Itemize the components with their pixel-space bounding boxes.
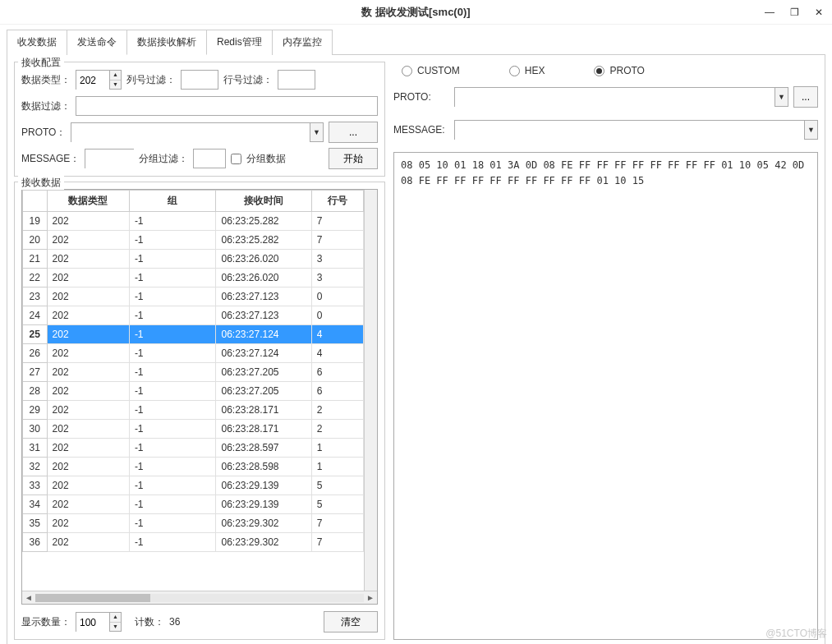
table-row[interactable]: 31202-106:23:28.5971 <box>23 439 364 458</box>
tab-4[interactable]: 内存监控 <box>272 30 333 55</box>
vertical-scrollbar[interactable] <box>364 190 377 591</box>
radio-label: HEX <box>525 65 545 76</box>
cell-type: 202 <box>47 533 129 552</box>
row-index: 21 <box>23 250 48 269</box>
tab-1[interactable]: 发送命令 <box>67 30 127 55</box>
clear-button[interactable]: 清空 <box>324 611 378 632</box>
display-count-input[interactable] <box>76 613 109 632</box>
group-title: 接收配置 <box>18 56 64 70</box>
dropdown-icon[interactable]: ▼ <box>310 123 323 141</box>
proto-input[interactable] <box>71 123 310 143</box>
down-icon[interactable]: ▼ <box>110 623 121 632</box>
proto-input-right[interactable] <box>455 88 775 108</box>
close-icon[interactable]: ✕ <box>811 7 827 18</box>
table-row[interactable]: 34202-106:23:29.1395 <box>23 495 364 514</box>
cell-time: 06:23:27.123 <box>216 288 311 306</box>
row-index: 29 <box>23 401 48 420</box>
table-row[interactable]: 36202-106:23:29.3027 <box>23 533 364 552</box>
tab-0[interactable]: 收发数据 <box>7 30 67 55</box>
table-row[interactable]: 21202-106:23:26.0203 <box>23 250 364 269</box>
tab-panel: 接收配置 数据类型： ▲▼ 列号过滤： 行号过滤： 数据过滤： <box>7 54 825 644</box>
down-icon[interactable]: ▼ <box>110 80 121 90</box>
hex-dump-area[interactable]: 08 05 10 01 18 01 3A 0D 08 FE FF FF FF F… <box>393 152 818 640</box>
cell-time: 06:23:29.139 <box>216 495 311 514</box>
proto-combo-right[interactable]: ▼ <box>454 87 788 107</box>
scroll-thumb[interactable] <box>35 594 150 602</box>
tab-2[interactable]: 数据接收解析 <box>126 30 207 55</box>
start-button[interactable]: 开始 <box>329 148 378 169</box>
proto-browse-right[interactable]: ... <box>793 86 818 108</box>
cell-line: 3 <box>311 250 363 269</box>
cell-time: 06:23:26.020 <box>216 269 311 288</box>
col-filter-input[interactable] <box>181 70 218 90</box>
dropdown-icon[interactable]: ▼ <box>775 88 788 106</box>
table-row[interactable]: 22202-106:23:26.0203 <box>23 269 364 288</box>
radio-icon[interactable] <box>594 66 604 76</box>
data-table[interactable]: 数据类型 组 接收时间 行号 19202-106:23:25.282720202… <box>22 190 364 552</box>
table-row[interactable]: 23202-106:23:27.1230 <box>23 288 364 306</box>
cell-type: 202 <box>47 363 129 382</box>
table-row[interactable]: 29202-106:23:28.1712 <box>23 401 364 420</box>
data-type-spinner[interactable]: ▲▼ <box>76 70 122 90</box>
table-row[interactable]: 25202-106:23:27.1244 <box>23 325 364 344</box>
header-group[interactable]: 组 <box>129 191 216 212</box>
proto-combo[interactable]: ▼ <box>71 122 324 142</box>
group-data-checkbox[interactable] <box>231 154 241 164</box>
message-combo[interactable]: ▼ <box>85 149 134 168</box>
table-row[interactable]: 27202-106:23:27.2056 <box>23 363 364 382</box>
header-time[interactable]: 接收时间 <box>216 191 311 212</box>
tab-3[interactable]: Redis管理 <box>206 30 273 55</box>
up-icon[interactable]: ▲ <box>110 71 121 80</box>
radio-custom[interactable]: CUSTOM <box>402 65 460 76</box>
message-combo-right[interactable]: ▼ <box>454 120 818 140</box>
table-row[interactable]: 35202-106:23:29.3027 <box>23 514 364 533</box>
row-index: 31 <box>23 439 48 458</box>
cell-line: 4 <box>311 325 363 344</box>
dropdown-icon[interactable]: ▼ <box>804 121 817 139</box>
proto-browse-button[interactable]: ... <box>329 122 378 143</box>
radio-icon[interactable] <box>402 66 412 76</box>
radio-proto[interactable]: PROTO <box>594 65 644 76</box>
message-input-right[interactable] <box>455 121 804 140</box>
cell-time: 06:23:29.302 <box>216 533 311 552</box>
cell-line: 1 <box>311 458 363 476</box>
radio-hex[interactable]: HEX <box>509 65 545 76</box>
cell-type: 202 <box>47 476 129 495</box>
table-row[interactable]: 26202-106:23:27.1244 <box>23 344 364 363</box>
header-data-type[interactable]: 数据类型 <box>47 191 129 212</box>
header-line[interactable]: 行号 <box>311 191 363 212</box>
cell-time: 06:23:25.282 <box>216 212 311 231</box>
group-filter-input[interactable] <box>193 149 226 168</box>
radio-icon[interactable] <box>509 66 520 76</box>
table-row[interactable]: 28202-106:23:27.2056 <box>23 382 364 401</box>
table-row[interactable]: 30202-106:23:28.1712 <box>23 420 364 439</box>
display-count-spinner[interactable]: ▲▼ <box>76 612 122 632</box>
table-row[interactable]: 19202-106:23:25.2827 <box>23 212 364 231</box>
row-filter-input[interactable] <box>278 70 315 90</box>
minimize-icon[interactable]: — <box>761 7 778 18</box>
count-value: 36 <box>169 616 180 628</box>
table-row[interactable]: 20202-106:23:25.2827 <box>23 231 364 250</box>
label-display-count: 显示数量： <box>21 615 71 629</box>
cell-type: 202 <box>47 401 129 420</box>
up-icon[interactable]: ▲ <box>110 613 121 623</box>
maximize-icon[interactable]: ❐ <box>786 7 802 18</box>
cell-type: 202 <box>47 420 129 439</box>
cell-type: 202 <box>47 212 129 231</box>
row-index: 23 <box>23 288 48 306</box>
cell-type: 202 <box>47 269 129 288</box>
table-row[interactable]: 33202-106:23:29.1395 <box>23 476 364 495</box>
horizontal-scrollbar[interactable]: ◄ ► <box>22 591 377 604</box>
scroll-left-icon[interactable]: ◄ <box>22 593 35 602</box>
cell-line: 0 <box>311 306 363 325</box>
table-row[interactable]: 24202-106:23:27.1230 <box>23 306 364 325</box>
cell-line: 5 <box>311 476 363 495</box>
data-filter-input[interactable] <box>76 96 378 116</box>
header-index <box>23 191 48 212</box>
receive-config-group: 接收配置 数据类型： ▲▼ 列号过滤： 行号过滤： 数据过滤： <box>14 62 385 177</box>
label-col-filter: 列号过滤： <box>126 73 176 87</box>
cell-type: 202 <box>47 288 129 306</box>
table-row[interactable]: 32202-106:23:28.5981 <box>23 458 364 476</box>
data-type-input[interactable] <box>76 71 109 90</box>
scroll-right-icon[interactable]: ► <box>364 593 377 602</box>
